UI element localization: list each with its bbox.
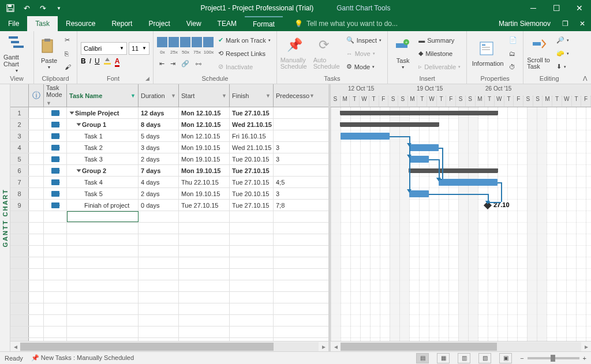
cell-mode[interactable] bbox=[44, 153, 67, 164]
cell-start[interactable]: Mon 19.10.15 bbox=[179, 188, 230, 199]
ribbon-display-button[interactable]: ❐ bbox=[556, 16, 574, 31]
insert-task-button[interactable]: + Task▼ bbox=[391, 34, 414, 73]
cell-name[interactable]: Simple Project bbox=[67, 107, 139, 118]
paste-button[interactable]: Paste▼ bbox=[38, 34, 61, 73]
view-gantt-button[interactable]: ▤ bbox=[416, 353, 429, 363]
header-pred[interactable]: Predecesso▼ bbox=[274, 84, 312, 107]
pct0-button[interactable] bbox=[157, 37, 167, 47]
table-row[interactable]: 1Simple Project12 daysMon 12.10.15Tue 27… bbox=[10, 107, 328, 119]
cell-info[interactable] bbox=[29, 107, 44, 118]
redo-icon[interactable]: ↷ bbox=[36, 1, 50, 15]
ganttchart-button[interactable]: Gantt Chart▼ bbox=[3, 34, 30, 73]
cell-mode[interactable] bbox=[44, 119, 67, 130]
view-usage-button[interactable]: ▦ bbox=[437, 353, 450, 363]
cell-finish[interactable]: Wed 21.10.15 bbox=[230, 142, 274, 153]
information-button[interactable]: Information bbox=[470, 34, 505, 73]
qat-dropdown-icon[interactable]: ▼ bbox=[52, 1, 66, 15]
find-button[interactable]: 🔎▾ bbox=[554, 34, 571, 47]
pct100-button[interactable] bbox=[203, 37, 214, 47]
zoom-in-button[interactable]: + bbox=[583, 355, 586, 362]
auto-schedule-button[interactable]: ⟳ Auto Schedule bbox=[313, 34, 342, 73]
summary-bar[interactable] bbox=[341, 122, 439, 127]
formatpainter-button[interactable]: 🖌 bbox=[62, 61, 73, 73]
view-team-button[interactable]: ▥ bbox=[458, 353, 470, 363]
cell-pred[interactable] bbox=[274, 119, 312, 130]
outdent-button[interactable]: ⇤ bbox=[157, 57, 167, 70]
table-row[interactable]: 4Task 23 daysMon 19.10.15Wed 21.10.153 bbox=[10, 142, 328, 153]
respectlinks-button[interactable]: ⟲Respect Links bbox=[216, 47, 273, 60]
table-row[interactable]: 2Group 18 daysMon 12.10.15Wed 21.10.15 bbox=[10, 119, 328, 130]
link-button[interactable]: 🔗 bbox=[179, 57, 192, 70]
cell-start[interactable]: Thu 22.10.15 bbox=[179, 177, 230, 187]
edit-row[interactable] bbox=[10, 211, 328, 223]
row-number[interactable]: 1 bbox=[10, 107, 29, 118]
copy-button[interactable]: ⎘ bbox=[62, 47, 73, 60]
timescale-header[interactable]: 12 Oct '1519 Oct '1526 Oct '15SMTWTFSSMT… bbox=[331, 84, 591, 107]
cell-info[interactable] bbox=[29, 130, 44, 141]
fillcolor-button[interactable] bbox=[103, 57, 111, 65]
cell-name[interactable]: Group 2 bbox=[67, 165, 139, 176]
user-name[interactable]: Martin Siemonov bbox=[493, 16, 556, 31]
cell-duration[interactable]: 3 days bbox=[139, 142, 179, 153]
inactivate-button[interactable]: ⊘Inactivate bbox=[216, 61, 273, 73]
cell-finish[interactable]: Fri 16.10.15 bbox=[230, 130, 274, 141]
close-doc-button[interactable]: ✕ bbox=[574, 16, 591, 31]
cell-pred[interactable]: 4;5 bbox=[274, 177, 312, 187]
header-start[interactable]: Start▼ bbox=[179, 84, 230, 107]
milestone-button[interactable]: ◆Milestone bbox=[416, 47, 463, 60]
tab-report[interactable]: Report bbox=[103, 16, 140, 31]
table-body[interactable]: 1Simple Project12 daysMon 12.10.15Tue 27… bbox=[10, 107, 328, 341]
maximize-button[interactable]: ☐ bbox=[545, 0, 568, 16]
row-number[interactable]: 5 bbox=[10, 153, 29, 164]
cell-start[interactable]: Tue 27.10.15 bbox=[179, 200, 230, 211]
notes-button[interactable]: 📄 bbox=[507, 34, 519, 47]
cell-duration[interactable]: 4 days bbox=[139, 177, 179, 187]
pct75-button[interactable] bbox=[192, 37, 202, 47]
mode-button[interactable]: ⚙Mode▾ bbox=[344, 61, 384, 73]
cell-pred[interactable]: 3 bbox=[274, 188, 312, 199]
cell-duration[interactable]: 12 days bbox=[139, 107, 179, 118]
collapse-icon[interactable] bbox=[70, 111, 74, 114]
collapse-icon[interactable] bbox=[77, 123, 81, 126]
cell-name[interactable]: Task 1 bbox=[67, 130, 139, 141]
table-row[interactable]: 9Finiah of project0 daysTue 27.10.15Tue … bbox=[10, 200, 328, 211]
cell-mode[interactable] bbox=[44, 107, 67, 118]
status-newtasks[interactable]: 📌 New Tasks : Manually Scheduled bbox=[31, 354, 134, 362]
table-row[interactable]: 7Task 44 daysThu 22.10.15Tue 27.10.154;5 bbox=[10, 177, 328, 188]
table-row[interactable]: 8Task 52 daysMon 19.10.15Tue 20.10.153 bbox=[10, 188, 328, 200]
cell-start[interactable]: Mon 12.10.15 bbox=[179, 119, 230, 130]
cell-pred[interactable] bbox=[274, 165, 312, 176]
fill-button[interactable]: ⬇▾ bbox=[554, 61, 571, 73]
cell-pred[interactable] bbox=[274, 107, 312, 118]
summary-bar[interactable] bbox=[409, 168, 498, 173]
pct25-button[interactable] bbox=[169, 37, 179, 47]
table-row[interactable]: 5Task 32 daysMon 19.10.15Tue 20.10.153 bbox=[10, 153, 328, 165]
header-taskname[interactable]: Task Name▼ bbox=[67, 84, 139, 107]
tab-task[interactable]: Task bbox=[27, 16, 58, 31]
zoom-control[interactable]: − + bbox=[520, 355, 586, 362]
font-size-select[interactable]: 11▼ bbox=[129, 42, 149, 55]
cell-mode[interactable] bbox=[44, 200, 67, 211]
cell-info[interactable] bbox=[29, 165, 44, 176]
row-number[interactable]: 3 bbox=[10, 130, 29, 141]
row-number[interactable]: 9 bbox=[10, 200, 29, 211]
cell-pred[interactable]: 3 bbox=[274, 142, 312, 153]
view-resource-button[interactable]: ▧ bbox=[478, 353, 491, 363]
table-row[interactable]: 6Group 27 daysMon 19.10.15Tue 27.10.15 bbox=[10, 165, 328, 177]
summary-button[interactable]: ▬Summary bbox=[416, 34, 463, 47]
cell-mode[interactable] bbox=[44, 130, 67, 141]
fontcolor-button[interactable]: A bbox=[115, 57, 120, 65]
table-row[interactable]: 3Task 15 daysMon 12.10.15Fri 16.10.15 bbox=[10, 130, 328, 142]
header-mode[interactable]: Task Mode▼ bbox=[44, 84, 67, 107]
cell-duration[interactable]: 0 days bbox=[139, 200, 179, 211]
tab-team[interactable]: TEAM bbox=[210, 16, 245, 31]
cell-finish[interactable]: Wed 21.10.15 bbox=[230, 119, 274, 130]
collapse-icon[interactable] bbox=[77, 169, 81, 172]
save-icon[interactable] bbox=[3, 1, 17, 15]
active-cell[interactable] bbox=[67, 211, 139, 222]
tab-format[interactable]: Format bbox=[245, 16, 283, 31]
cell-finish[interactable]: Tue 27.10.15 bbox=[230, 177, 274, 187]
addtimeline-button[interactable]: ⏱ bbox=[507, 61, 519, 73]
cell-mode[interactable] bbox=[44, 142, 67, 153]
undo-icon[interactable]: ↶ bbox=[20, 1, 33, 15]
